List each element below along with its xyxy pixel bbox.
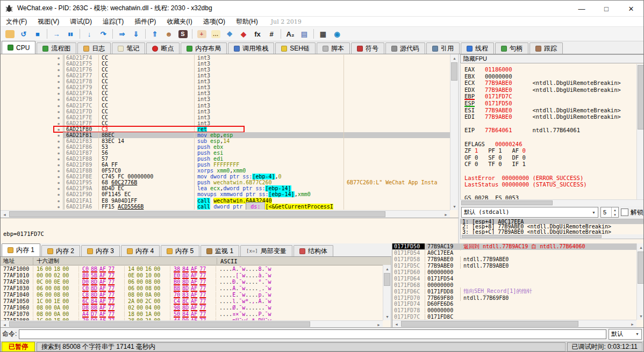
breakpoint-list-button[interactable]: ◆ [237,28,250,40]
execute-till-return-button[interactable]: ⇓ [130,28,142,40]
menu-item-6[interactable]: 选项(O) [198,17,231,26]
tab-6[interactable]: 调用堆栈 [228,42,274,54]
register-line[interactable]: EAX 01186000 [464,66,638,73]
tab-13[interactable]: 句柄 [495,42,528,54]
disasm-row[interactable]: ●6AD21F8383EC 14sub esp,14 [1,138,450,144]
disasm-row[interactable]: ●6AD21F80C3ret [1,126,450,132]
tab-10[interactable]: 源代码 [385,42,425,54]
breakpoint-dot-icon[interactable]: ● [54,68,63,71]
disassembly-horizontal-scrollbar[interactable]: ◄ ► [1,210,450,218]
register-line[interactable]: EDX 77B9ABE0 <ntdll.DbgUiRemoteBreakin> [464,87,638,94]
disasm-row[interactable]: ●6AD21F9D0F1145 ECmovups xmmword ptr ss:… [1,191,450,197]
close-button[interactable]: ✕ [619,1,643,17]
menu-item-3[interactable]: 追踪(T) [97,17,129,26]
breakpoint-dot-icon[interactable]: ● [54,145,63,149]
maximize-button[interactable]: □ [594,1,619,17]
breakpoint-dot-icon[interactable]: ● [54,157,63,161]
tab-0[interactable]: CPU [2,41,35,54]
tab-2[interactable]: 日志 [77,42,111,54]
memory-horizontal-scrollbar[interactable]: ◄ ► [1,320,383,327]
register-line[interactable]: CF 0 TF 0 IF 1 [464,161,638,168]
register-line[interactable] [464,188,638,195]
disasm-row[interactable]: ●6AD21F7ACCint3 [1,90,450,96]
arguments-horizontal-scrollbar[interactable] [461,234,644,239]
checkbox-box[interactable] [621,209,628,216]
breakpoint-dot-icon[interactable]: ● [54,139,63,143]
calling-convention-combo[interactable]: 默认 (stdcall) ▼ [461,207,598,218]
menu-item-4[interactable]: 插件(P) [129,17,161,26]
register-line[interactable] [464,134,638,141]
disasm-row[interactable]: ●6AD21F79CCint3 [1,84,450,90]
stack-row[interactable]: 0171FD74D60FE6D6 [392,301,636,307]
stack-row[interactable]: 0171FD54A0C17EEA [392,250,636,256]
disasm-row[interactable]: ●6AD21F7FCCint3 [1,120,450,126]
dump-tab-4[interactable]: 内存 5 [161,245,199,256]
stack-horizontal-scrollbar[interactable]: ◄ ► [392,320,636,327]
tab-9[interactable]: 符号 [351,42,384,54]
disasm-row[interactable]: ●6AD21F8B0F57C0xorps xmm0,xmm0 [1,168,450,174]
attach-button[interactable]: ☻ [162,28,175,40]
disasm-row[interactable]: ●6AD21F76CCint3 [1,67,450,73]
argument-count-spinner[interactable]: 5 ▲▼ [600,207,619,218]
dump-tab-3[interactable]: 内存 4 [121,245,160,256]
register-line[interactable] [464,168,638,175]
register-line[interactable] [464,120,638,127]
menu-item-2[interactable]: 调试(D) [65,17,97,26]
scylla-button[interactable]: S [176,28,189,40]
patches-button[interactable]: + [195,28,208,40]
tab-7[interactable]: SEH链 [275,42,316,54]
breakpoint-dot-icon[interactable]: ● [54,85,63,89]
stack-row[interactable]: 0171FD5877B9ABE0ntdll.77B9ABE0 [392,256,636,263]
restart-button[interactable]: ↺ [17,28,30,40]
stack-row[interactable]: 0171FD5077B9AC19返回到 ntdll.77B9AC19 自 ntd… [392,243,636,250]
disasm-row[interactable]: ●6AD21F7DCCint3 [1,109,450,114]
disasm-row[interactable]: ●6AD21F7CCCint3 [1,103,450,109]
run-to-selection-button[interactable]: ⇒ [116,28,128,40]
dump-tab-2[interactable]: 内存 3 [81,245,120,256]
breakpoint-dot-icon[interactable]: ● [54,127,63,131]
memory-row[interactable]: 77AF106008000A00D88BAF7702000400988DAF77… [1,304,391,311]
disasm-row[interactable]: ●6AD21F8653push ebx [1,144,450,150]
breakpoint-dot-icon[interactable]: ● [54,74,63,77]
breakpoint-dot-icon[interactable]: ● [54,80,63,83]
tab-1[interactable]: 流程图 [37,42,76,54]
labels-button[interactable]: ❖ [223,28,236,40]
disasm-row[interactable]: ●6AD21FA1E8 9A04D1FFcall wechatwin.6AA32… [1,198,450,204]
disasm-row[interactable]: ●6AD21F78CCint3 [1,78,450,84]
breakpoint-dot-icon[interactable]: ● [54,169,63,173]
breakpoint-dot-icon[interactable]: ● [54,110,63,113]
tab-8[interactable]: 脚本 [317,42,350,54]
comments-button[interactable]: … [209,28,222,40]
disasm-row[interactable]: ●6AD21F896A FFpush FFFFFFFF [1,162,450,168]
attach-window-button[interactable]: ▤ [298,28,311,40]
dump-tab-1[interactable]: 内存 2 [41,245,80,256]
tab-5[interactable]: 内存布局 [181,42,227,54]
run-to-user-code-button[interactable]: ⇑ [148,28,161,40]
breakpoint-dot-icon[interactable]: ● [54,205,63,209]
string-references-button[interactable]: # [265,28,278,40]
register-line[interactable]: LastStatus 00000000 (STATUS_SUCCESS) [464,181,638,188]
disasm-row[interactable]: ●6AD21F7BCCint3 [1,96,450,102]
memory-row[interactable]: 77AF103006000800C08DAF7706000800B88DAF77… [1,285,391,291]
stack-row[interactable]: 0171FD7077B69F80ntdll.77B69F80 [392,294,636,301]
unlock-checkbox[interactable]: 解锁 [621,208,643,217]
tab-12[interactable]: 线程 [461,42,494,54]
stack-row[interactable]: 0171FD6C0171FDD8指向SEH_Record[1]的指针 [392,288,636,294]
step-into-button[interactable]: ↓ [83,28,96,40]
open-file-button[interactable] [3,28,16,40]
breakpoint-dot-icon[interactable]: ● [54,192,63,196]
breakpoint-dot-icon[interactable]: ● [54,151,63,155]
register-line[interactable]: EIP 77B64061 ntdll.77B64061 [464,127,638,134]
register-line[interactable]: ZF 1 PF 1 AF 0 [464,147,638,154]
tab-3[interactable]: 笔记 [112,42,145,54]
disasm-row[interactable]: ●6AD21F8857push edi [1,156,450,162]
memory-row[interactable]: 77AF101000000200805BAF770E001000E08DAF77… [1,272,391,278]
stack-row[interactable]: 0171FD5C77B9ABE0ntdll.77B9ABE0 [392,263,636,269]
register-line[interactable]: EBX 00000000 [464,73,638,80]
stop-button[interactable]: ■ [31,28,44,40]
stack-row[interactable]: 0171FD7800000000 [392,307,636,314]
register-line[interactable]: ESI 77B9ABE0 <ntdll.DbgUiRemoteBreakin> [464,107,638,114]
registers-vertical-scrollbar[interactable] [636,64,644,199]
disasm-row[interactable]: ●6AD21F77CCint3 [1,73,450,78]
disasm-row[interactable]: ●6AD21F9A8D4D EClea ecx,dword ptr ss:[eb… [1,185,450,191]
